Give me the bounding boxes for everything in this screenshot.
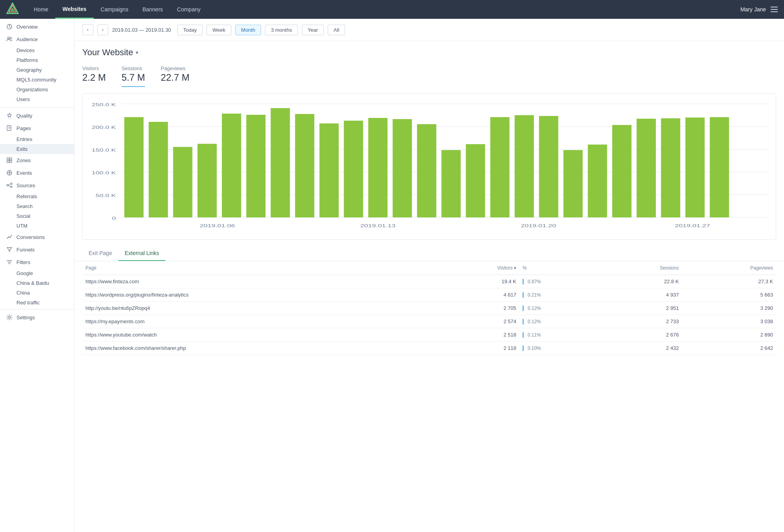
sidebar-item-social[interactable]: Social [0, 211, 74, 221]
bar-24 [685, 118, 704, 217]
svg-text:2019.01.27: 2019.01.27 [675, 223, 710, 228]
sidebar-item-pages[interactable]: Pages [0, 122, 74, 134]
sidebar-item-settings[interactable]: Settings [0, 311, 74, 324]
bar-6 [246, 115, 265, 217]
website-header: Your Website ▾ [74, 41, 784, 62]
month-button[interactable]: Month [235, 25, 261, 35]
prev-period-button[interactable]: ‹ [82, 24, 93, 35]
date-range: 2019.01.03 — 2019.01.30 [112, 27, 171, 33]
website-dropdown-arrow: ▾ [136, 49, 138, 56]
sidebar-item-overview[interactable]: Overview [0, 20, 74, 33]
cell-page[interactable]: https://www.finteza.com [82, 275, 437, 288]
sidebar-item-google[interactable]: Google [0, 268, 74, 278]
svg-rect-8 [10, 158, 12, 160]
sidebar-item-referrals[interactable]: Referrals [0, 192, 74, 201]
sidebar-item-red-traffic[interactable]: Red traffic [0, 298, 74, 308]
sidebar-item-zones[interactable]: Zones [0, 154, 74, 166]
table-row: https://wordpress.org/plugins/finteza-an… [82, 288, 776, 302]
svg-text:150.0 K: 150.0 K [92, 148, 116, 153]
nav-websites[interactable]: Websites [55, 0, 93, 19]
svg-point-13 [11, 183, 12, 185]
nav-banners[interactable]: Banners [135, 0, 170, 19]
svg-rect-10 [10, 161, 12, 163]
sidebar-item-china[interactable]: China [0, 288, 74, 298]
logo-icon [6, 2, 20, 16]
tab-exit-page[interactable]: Exit Page [82, 246, 118, 261]
bar-9 [319, 123, 339, 217]
sidebar-item-utm[interactable]: UTM [0, 221, 74, 231]
stat-sessions[interactable]: Sessions 5.7 M [122, 65, 145, 87]
cell-pct: 0.11% [519, 328, 600, 342]
sidebar-item-platforms[interactable]: Platforms [0, 55, 74, 65]
svg-rect-7 [7, 158, 9, 160]
stat-visitors[interactable]: Visitors 2.2 M [82, 65, 106, 87]
sidebar-item-sources[interactable]: Sources [0, 179, 74, 192]
week-button[interactable]: Week [207, 25, 231, 35]
sidebar-item-filters[interactable]: Filters [0, 256, 74, 268]
bar-17 [515, 115, 534, 217]
sidebar-item-users[interactable]: Users [0, 94, 74, 104]
sidebar-item-entries[interactable]: Entries [0, 134, 74, 144]
cell-sessions: 2 432 [600, 342, 682, 355]
cell-page[interactable]: https://wordpress.org/plugins/finteza-an… [82, 288, 437, 302]
date-bar: ‹ › 2019.01.03 — 2019.01.30 Today Week M… [74, 19, 784, 41]
cell-visitors: 4 617 [437, 288, 519, 302]
svg-text:2019.01.20: 2019.01.20 [521, 223, 556, 228]
bar-4 [198, 144, 217, 217]
col-visitors[interactable]: Visitors ▾ [437, 261, 519, 275]
stat-pageviews[interactable]: Pageviews 22.7 M [161, 65, 189, 87]
sidebar-item-exits[interactable]: Exits [0, 144, 74, 154]
nav-right: Mary Jane [740, 6, 778, 13]
sidebar-item-china-baidu[interactable]: China & Baidu [0, 278, 74, 288]
bar-22 [637, 119, 656, 217]
menu-icon[interactable] [771, 7, 778, 12]
cell-pageviews: 5 663 [682, 288, 776, 302]
cell-sessions: 2 733 [600, 315, 682, 328]
bar-1 [124, 117, 143, 217]
bar-15 [466, 144, 485, 217]
external-links-table: Page Visitors ▾ % Sessions Pageviews htt… [82, 261, 776, 355]
sidebar-item-funnels[interactable]: Funnels [0, 243, 74, 256]
sidebar-item-events[interactable]: Events [0, 166, 74, 179]
bar-12 [393, 119, 412, 217]
nav-campaigns[interactable]: Campaigns [94, 0, 136, 19]
sidebar-item-geography[interactable]: Geography [0, 65, 74, 75]
today-button[interactable]: Today [177, 25, 203, 35]
quality-icon [6, 112, 13, 119]
website-title[interactable]: Your Website ▾ [82, 47, 776, 58]
sidebar-item-audience[interactable]: Audience [0, 33, 74, 45]
cell-page[interactable]: https://www.facebook.com/sharer/sharer.p… [82, 342, 437, 355]
cell-pct: 0.12% [519, 302, 600, 315]
year-button[interactable]: Year [302, 25, 324, 35]
chart-container: 250.0 K 200.0 K 150.0 K 100.0 K 50.0 K 0 [82, 93, 776, 240]
cell-sessions: 2 951 [600, 302, 682, 315]
sidebar-item-conversions[interactable]: Conversions [0, 231, 74, 243]
3months-button[interactable]: 3 months [265, 25, 298, 35]
bar-2 [149, 122, 168, 217]
sidebar-item-mql5[interactable]: MQL5.community [0, 75, 74, 85]
sidebar-item-search[interactable]: Search [0, 201, 74, 211]
sidebar-item-devices[interactable]: Devices [0, 45, 74, 55]
cell-pct: 0.21% [519, 288, 600, 302]
cell-visitors: 2 705 [437, 302, 519, 315]
table-row: http://youtu.be/ntu6pZRopq4 2 705 0.12% … [82, 302, 776, 315]
next-period-button[interactable]: › [97, 24, 108, 35]
stat-pageviews-value: 22.7 M [161, 72, 189, 83]
events-icon [6, 170, 13, 176]
cell-page[interactable]: https://my.epayments.com [82, 315, 437, 328]
bar-23 [661, 118, 680, 217]
sources-icon [6, 182, 13, 188]
col-page: Page [82, 261, 437, 275]
sidebar-item-quality[interactable]: Quality [0, 109, 74, 122]
cell-page[interactable]: http://youtu.be/ntu6pZRopq4 [82, 302, 437, 315]
cell-page[interactable]: https://www.youtube.com/watch [82, 328, 437, 342]
all-button[interactable]: All [328, 25, 345, 35]
nav-home[interactable]: Home [27, 0, 55, 19]
svg-point-14 [11, 186, 12, 188]
cell-sessions: 4 937 [600, 288, 682, 302]
stats-row: Visitors 2.2 M Sessions 5.7 M Pageviews … [74, 62, 784, 87]
tab-external-links[interactable]: External Links [118, 246, 165, 261]
cell-pageviews: 3 290 [682, 302, 776, 315]
sidebar-item-organizations[interactable]: Organizations [0, 85, 74, 94]
nav-company[interactable]: Company [170, 0, 208, 19]
